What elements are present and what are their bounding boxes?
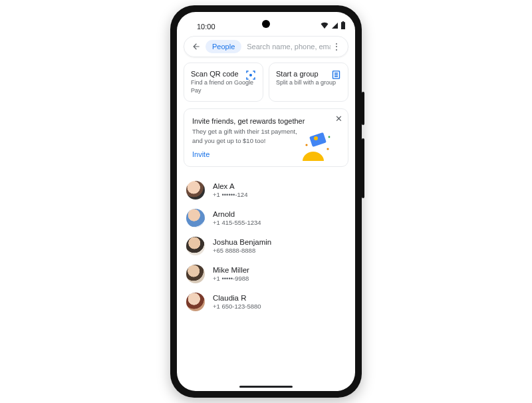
contact-name: Claudia R bbox=[213, 294, 261, 302]
promo-illustration bbox=[296, 132, 336, 162]
contact-name: Joshua Benjamin bbox=[213, 238, 271, 246]
cell-signal-icon bbox=[331, 22, 338, 30]
power-button bbox=[362, 92, 364, 125]
close-icon[interactable]: ✕ bbox=[335, 114, 342, 123]
contact-row[interactable]: Claudia R +1 650-123-5880 bbox=[184, 288, 348, 316]
contact-row[interactable]: Alex A +1 ••••••-124 bbox=[184, 176, 348, 204]
contact-row[interactable]: Joshua Benjamin +65 8888-8888 bbox=[184, 232, 348, 260]
phone-frame: 10:00 People Search name, phone, email ⋮ bbox=[170, 5, 362, 398]
contact-phone: +65 8888-8888 bbox=[213, 247, 271, 254]
svg-point-3 bbox=[314, 136, 318, 140]
avatar bbox=[186, 181, 205, 200]
avatar bbox=[186, 237, 205, 255]
screen: 10:00 People Search name, phone, email ⋮ bbox=[177, 12, 355, 391]
contact-name: Alex A bbox=[213, 182, 247, 190]
invite-promo-card: ✕ Invite friends, get rewards together T… bbox=[184, 108, 348, 167]
avatar bbox=[186, 265, 205, 283]
avatar bbox=[186, 293, 205, 311]
svg-point-5 bbox=[327, 148, 329, 150]
qr-scan-icon bbox=[245, 70, 256, 83]
receipt-icon bbox=[331, 70, 341, 82]
search-input[interactable]: Search name, phone, email bbox=[247, 43, 331, 51]
contact-phone: +1 •••••-9988 bbox=[213, 275, 249, 282]
start-group-card[interactable]: Start a group Split a bill with a group bbox=[269, 63, 348, 102]
contact-row[interactable]: Arnold +1 415-555-1234 bbox=[184, 204, 348, 232]
contact-name: Arnold bbox=[213, 210, 261, 218]
people-chip[interactable]: People bbox=[205, 40, 241, 53]
contact-phone: +1 ••••••-124 bbox=[213, 191, 247, 198]
avatar bbox=[186, 209, 205, 227]
battery-icon bbox=[340, 21, 346, 31]
invite-link[interactable]: Invite bbox=[192, 150, 209, 158]
gesture-nav-bar[interactable] bbox=[177, 382, 355, 391]
more-icon[interactable]: ⋮ bbox=[331, 42, 342, 51]
svg-point-4 bbox=[305, 144, 307, 146]
nav-pill bbox=[239, 386, 293, 388]
contact-row[interactable]: Mike Miller +1 •••••-9988 bbox=[184, 260, 348, 288]
back-arrow-icon[interactable] bbox=[190, 40, 203, 53]
volume-button bbox=[362, 138, 364, 198]
contact-name: Mike Miller bbox=[213, 266, 249, 274]
content: Scan QR code Find a friend on Google Pay… bbox=[177, 63, 355, 382]
contact-phone: +1 650-123-5880 bbox=[213, 303, 261, 310]
clock: 10:00 bbox=[197, 23, 215, 31]
promo-title: Invite friends, get rewards together bbox=[192, 117, 340, 125]
svg-point-0 bbox=[249, 74, 252, 76]
camera-hole bbox=[262, 20, 270, 28]
svg-rect-2 bbox=[309, 132, 327, 147]
contact-phone: +1 415-555-1234 bbox=[213, 219, 261, 226]
search-bar[interactable]: People Search name, phone, email ⋮ bbox=[184, 36, 348, 57]
wifi-icon bbox=[321, 22, 329, 30]
scan-qr-card[interactable]: Scan QR code Find a friend on Google Pay bbox=[184, 63, 263, 102]
promo-body: They get a gift with their 1st payment, … bbox=[192, 127, 299, 145]
svg-point-6 bbox=[329, 136, 331, 138]
